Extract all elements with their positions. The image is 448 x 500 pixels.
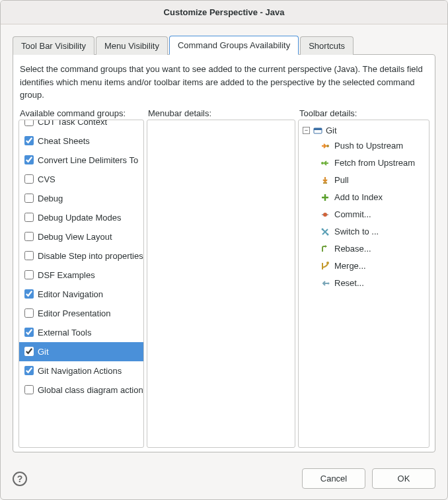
command-group-row[interactable]: Convert Line Delimiters To <box>19 151 143 170</box>
toolbar-item-label: Commit... <box>334 209 371 219</box>
command-group-row[interactable]: Cheat Sheets <box>19 131 143 151</box>
toolbar-item[interactable]: Pull <box>320 172 425 189</box>
command-group-row[interactable]: Debug View Layout <box>19 227 143 246</box>
svg-rect-4 <box>323 182 327 184</box>
toolbar-root-label: Git <box>326 125 337 135</box>
svg-point-6 <box>322 228 324 230</box>
command-group-checkbox[interactable] <box>24 366 34 375</box>
command-group-checkbox[interactable] <box>24 136 34 145</box>
command-group-row[interactable]: Debug <box>19 189 143 208</box>
command-group-row[interactable]: Global class diagram actions <box>19 380 143 400</box>
command-group-checkbox[interactable] <box>24 289 34 299</box>
command-group-label: Disable Step into properties <box>38 251 143 261</box>
toolbar-tree-root[interactable]: −Git <box>303 124 425 137</box>
rebase-icon <box>320 244 330 254</box>
command-group-row[interactable]: External Tools <box>19 323 143 342</box>
command-group-checkbox[interactable] <box>24 155 34 164</box>
toolbar-item[interactable]: Switch to ... <box>320 223 425 240</box>
git-folder-icon <box>313 125 323 136</box>
tab-shortcuts[interactable]: Shortcuts <box>300 36 354 55</box>
toolbar-details-tree[interactable]: −GitPush to UpstreamFetch from UpstreamP… <box>299 120 429 448</box>
command-group-checkbox[interactable] <box>24 347 34 356</box>
svg-point-8 <box>326 262 329 264</box>
command-group-label: Debug Update Modes <box>38 213 121 223</box>
tab-cmdgroups[interactable]: Command Groups Availability <box>169 36 299 55</box>
command-group-label: External Tools <box>38 328 91 338</box>
ok-button[interactable]: OK <box>372 468 435 489</box>
command-group-label: DSF Examples <box>38 270 95 280</box>
command-group-checkbox[interactable] <box>24 213 34 222</box>
command-group-checkbox[interactable] <box>24 385 34 394</box>
menubar-details-tree[interactable] <box>147 120 295 448</box>
switch-icon <box>320 227 330 237</box>
command-group-checkbox[interactable] <box>24 120 34 127</box>
command-group-row[interactable]: Disable Step into properties <box>19 246 143 266</box>
title-bar: Customize Perspective - Java <box>1 1 447 24</box>
columns: CDT Task ContextCheat SheetsConvert Line… <box>17 120 431 448</box>
merge-icon <box>320 261 330 271</box>
column-headers: Available command groups: Menubar detail… <box>17 108 431 120</box>
command-group-checkbox[interactable] <box>24 232 34 241</box>
command-group-row[interactable]: CVS <box>19 170 143 189</box>
help-icon[interactable]: ? <box>13 472 27 486</box>
cancel-button[interactable]: Cancel <box>302 468 365 489</box>
dialog-content: Tool Bar VisibilityMenu VisibilityComman… <box>1 24 447 459</box>
tab-strip: Tool Bar VisibilityMenu VisibilityComman… <box>13 35 435 54</box>
available-groups-panel: CDT Task ContextCheat SheetsConvert Line… <box>19 120 144 448</box>
command-group-checkbox[interactable] <box>24 270 34 279</box>
toolbar-item-label: Add to Index <box>334 192 383 202</box>
header-menubar-details: Menubar details: <box>148 108 297 118</box>
fetch-icon <box>320 158 330 168</box>
tree-expander-icon[interactable]: − <box>303 127 310 134</box>
command-group-label: CVS <box>38 174 56 184</box>
svg-point-9 <box>328 282 330 284</box>
toolbar-item-label: Pull <box>334 175 349 185</box>
svg-point-5 <box>323 213 327 217</box>
command-group-checkbox[interactable] <box>24 251 34 260</box>
toolbar-item[interactable]: Reset... <box>320 275 425 292</box>
command-group-row[interactable]: Git Navigation Actions <box>19 361 143 380</box>
toolbar-details-panel: −GitPush to UpstreamFetch from UpstreamP… <box>298 120 429 448</box>
menubar-details-panel <box>147 120 295 448</box>
toolbar-item[interactable]: Commit... <box>320 206 425 223</box>
tab-body: Select the command groups that you want … <box>13 54 435 452</box>
dialog-footer: ? Cancel OK <box>1 459 447 499</box>
toolbar-item-label: Switch to ... <box>334 227 379 236</box>
command-group-label: Editor Navigation <box>38 289 103 299</box>
commit-icon <box>320 209 330 220</box>
toolbar-item-label: Fetch from Upstream <box>334 158 415 168</box>
command-group-row[interactable]: DSF Examples <box>19 266 143 285</box>
toolbar-item[interactable]: Push to Upstream <box>320 137 425 155</box>
dialog-window: Customize Perspective - Java Tool Bar Vi… <box>0 0 448 500</box>
command-group-row[interactable]: Editor Presentation <box>19 304 143 323</box>
command-group-row[interactable]: Git <box>19 342 143 361</box>
command-group-checkbox[interactable] <box>24 194 34 203</box>
toolbar-item[interactable]: Merge... <box>320 258 425 275</box>
toolbar-item-label: Reset... <box>334 278 364 288</box>
command-group-row[interactable]: Editor Navigation <box>19 285 143 304</box>
push-icon <box>320 141 330 151</box>
header-toolbar-details: Toolbar details: <box>299 108 428 118</box>
toolbar-item[interactable]: Fetch from Upstream <box>320 155 425 172</box>
description-text: Select the command groups that you want … <box>17 59 431 108</box>
reset-icon <box>320 278 330 289</box>
command-group-label: Git Navigation Actions <box>38 366 122 376</box>
toolbar-item[interactable]: Rebase... <box>320 240 425 258</box>
dialog-buttons: Cancel OK <box>302 468 435 489</box>
svg-point-7 <box>327 233 329 235</box>
toolbar-item[interactable]: Add to Index <box>320 189 425 206</box>
command-group-row[interactable]: Debug Update Modes <box>19 208 143 227</box>
command-group-checkbox[interactable] <box>24 328 34 337</box>
tab-toolbar[interactable]: Tool Bar Visibility <box>13 36 94 55</box>
svg-point-2 <box>326 145 329 147</box>
available-groups-list[interactable]: CDT Task ContextCheat SheetsConvert Line… <box>19 120 143 448</box>
tab-menubar[interactable]: Menu Visibility <box>96 36 168 55</box>
command-group-label: Debug <box>38 194 63 203</box>
command-group-label: Global class diagram actions <box>38 385 143 395</box>
command-group-checkbox[interactable] <box>24 174 34 184</box>
command-group-label: Cheat Sheets <box>38 136 90 146</box>
toolbar-item-label: Push to Upstream <box>334 141 403 151</box>
add-icon <box>320 192 330 203</box>
command-group-checkbox[interactable] <box>24 308 34 318</box>
command-group-row[interactable]: CDT Task Context <box>19 120 143 131</box>
